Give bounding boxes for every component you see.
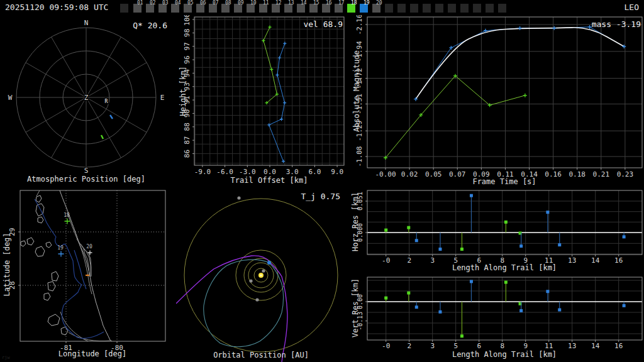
horz-ylabel: Horz Res [km] — [351, 192, 360, 251]
data-marker-plus — [588, 25, 592, 29]
tick-label: 98 — [183, 29, 191, 37]
stem-marker — [460, 334, 464, 337]
tick-label: 2 — [407, 256, 411, 265]
lake-outline — [46, 242, 52, 248]
horz-xlabel: Length Along Trail [km] — [452, 263, 557, 272]
label-north: N — [84, 19, 89, 27]
data-marker-plus — [518, 26, 522, 30]
frame-thumb-blank[interactable] — [460, 4, 469, 13]
radiant-marker: R — [105, 99, 108, 104]
frame-thumb-blank[interactable] — [473, 4, 481, 13]
station-frame-label: 20 — [86, 244, 92, 250]
stem-marker — [415, 305, 418, 309]
frame-number: 02 — [150, 0, 156, 6]
data-marker-plus — [449, 46, 453, 50]
frame-number: 03 — [162, 0, 169, 6]
horz-res-plot: -0235689111314160.0510.000 — [349, 189, 644, 274]
tick-label: 3.0 — [286, 168, 299, 176]
frame-thumb-blank[interactable] — [498, 4, 506, 13]
tick-label: -0 — [382, 342, 390, 350]
planet-dot — [255, 298, 258, 301]
stem-marker — [438, 310, 441, 314]
trail-offset-plot: -9.0-6.0-3.00.03.06.09.01009897969493919… — [176, 15, 346, 189]
tick-label: 14 — [591, 256, 600, 265]
tick-label: 97 — [183, 42, 191, 50]
tick-label: 8 — [500, 342, 504, 350]
frame-thumb-blank[interactable] — [448, 4, 456, 13]
frame-thumb-blank[interactable] — [385, 4, 393, 13]
mag-series-blue — [416, 27, 624, 99]
vert-ylabel: Vert Res [km] — [351, 278, 360, 337]
label-zenith: Z — [84, 94, 89, 102]
label-west: W — [8, 94, 13, 102]
planet-dot — [249, 279, 252, 282]
tick-label: 11 — [545, 342, 553, 350]
tick-label: 88 — [183, 123, 191, 131]
tick-label: 0.18 — [569, 170, 586, 178]
tick-label: -3.0 — [239, 168, 256, 176]
lake-outline — [48, 314, 60, 326]
stem-marker — [558, 243, 561, 246]
stem-marker — [470, 194, 473, 197]
tick-label: 0.02 — [401, 170, 418, 178]
lake-outline — [27, 238, 34, 245]
data-marker-plus — [278, 56, 281, 59]
stem-marker — [438, 248, 441, 251]
map-ylabel: Latitude [deg] — [3, 233, 11, 296]
tick-label: 2 — [407, 342, 411, 350]
stem-marker — [546, 290, 549, 293]
vert-xlabel: Length Along Trail [km] — [452, 350, 557, 359]
frame-number: 09 — [238, 0, 244, 6]
mag-ylabel: Absolute Magnitude — [352, 50, 361, 132]
frame-thumb-blank[interactable] — [423, 4, 431, 13]
tick-label: -2.16 — [355, 15, 364, 35]
tick-label: 3 — [430, 256, 435, 265]
station-frame-label: 19 — [57, 245, 64, 251]
frame-number: 19 — [364, 0, 370, 6]
frame-number: 17 — [338, 0, 345, 6]
header-bar: 20251120 09:59:08 UTC 010203040506070809… — [0, 0, 644, 15]
tick-label: 5 — [453, 342, 458, 350]
meteor-streak-blue — [110, 115, 113, 119]
frame-number: 15 — [313, 0, 319, 6]
frame-thumb-blank[interactable] — [120, 4, 128, 13]
frame-thumb-blank[interactable] — [410, 4, 418, 13]
frame-number: 10 — [250, 0, 257, 6]
tick-label: 0.21 — [593, 170, 610, 178]
mag-fit-curve — [416, 28, 624, 99]
lake-outline — [38, 217, 43, 223]
mass-value: mass -3.19 — [592, 19, 641, 29]
frame-thumb-blank[interactable] — [397, 4, 406, 13]
sun-core — [260, 274, 262, 276]
tick-label: 0.16 — [545, 170, 562, 178]
tick-label: 87 — [183, 136, 191, 145]
q-star-value: Q* 20.6 — [133, 21, 167, 30]
plot-border — [194, 17, 344, 165]
tick-label: 0.07 — [449, 170, 466, 178]
station-label: LEO — [625, 3, 639, 12]
tick-label: 13 — [568, 342, 576, 350]
meteor-streak-green — [101, 135, 103, 139]
tick-label: -0 — [382, 256, 390, 265]
coastline — [60, 312, 88, 341]
stem-marker — [519, 244, 523, 248]
stem-marker — [504, 281, 508, 284]
trail-series-blue — [269, 43, 285, 162]
frame-thumb-blank[interactable] — [435, 4, 443, 13]
panel-absolute-magnitude: -0.000.020.050.070.090.110.140.160.180.2… — [349, 15, 644, 189]
frame-thumb-blank[interactable] — [486, 4, 494, 13]
frame-number: 12 — [275, 0, 282, 6]
magnitude-plot: -0.000.020.050.070.090.110.140.160.180.2… — [349, 15, 644, 189]
stem-marker — [470, 280, 473, 283]
trail-xlabel: Trail Offset [km] — [231, 176, 308, 185]
mag-xlabel: Frame Time [s] — [472, 177, 536, 186]
stem-marker — [546, 211, 549, 214]
velocity-value: vel 68.9 — [303, 19, 343, 29]
tick-label: 100 — [183, 15, 191, 26]
tick-label: 3 — [430, 342, 435, 350]
frame-number: 05 — [187, 0, 194, 6]
vert-res-plot: -0235689111314160.00-0.13 — [349, 274, 644, 362]
panel-orbital-position: T_j 0.75 Orbital Position [AU] — [176, 189, 346, 362]
stem-marker — [519, 309, 523, 312]
stem-marker — [407, 226, 410, 229]
